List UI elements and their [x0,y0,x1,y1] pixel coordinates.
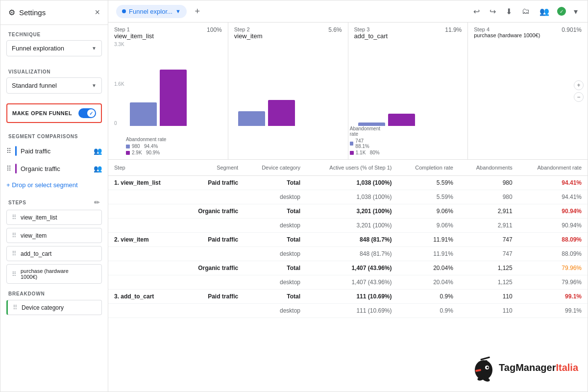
step-label-1: view_item [21,232,47,239]
step-2-bars [238,57,295,126]
technique-section-label: TECHNIQUE [0,25,108,40]
steps-section-label: STEPS [8,200,26,205]
make-open-funnel-box: MAKE OPEN FUNNEL ✓ [6,103,102,123]
close-icon[interactable]: × [95,7,100,18]
sidebar-title: ⚙ Settings [8,8,46,17]
segment-item-organic-traffic[interactable]: ⠿ Organic traffic 👥 [0,160,108,177]
breakdown-item-label: Device category [22,304,64,311]
step-3-info: Step 3 add_to_cart [354,26,388,40]
step-cell: 2. view_item [108,233,180,247]
step-drag-icon-3: ⠿ [12,270,17,278]
table-row: 2. view_item Paid traffic Total 848 (81.… [108,233,588,247]
table-row: desktop 3,201 (100%) 9.06% 2,911 90.94% [108,219,588,233]
device-cell: Total [244,176,306,190]
more-options-icon[interactable]: ▾ [572,5,580,18]
segment-cell: Organic traffic [180,261,244,275]
steps-edit-icon[interactable]: ✏ [94,198,100,206]
breakdown-drag-icon: ⠿ [13,304,18,311]
step-item-2[interactable]: ⠿ add_to_cart [6,246,102,261]
legend-paid-value-1: 980 94.4% [132,144,158,149]
col-device: Device category [244,160,306,176]
active-users-cell: 111 (10.69%) [306,304,397,318]
steps-header: STEPS ✏ [0,193,108,208]
watermark-suffix: Italia [556,362,578,373]
make-open-funnel-toggle[interactable]: ✓ [78,108,96,118]
segment-users-icon-organic: 👥 [94,165,102,172]
abandonment-rate-cell: 90.94% [518,204,588,219]
active-users-cell: 111 (10.69%) [306,290,397,304]
svg-rect-3 [480,356,490,360]
abandonments-cell: 1,125 [459,261,518,275]
active-users-cell: 3,201 (100%) [306,219,397,233]
step-4-header: Step 4 purchase (hardware 1000€) 0.901% [474,26,582,38]
y-label-3k: 3.3K [114,42,124,47]
funnel-steps-container: Step 1 view_item_list 100% 3.3K 1.6K 0 [108,23,588,159]
abandonments-cell: 2,911 [459,219,518,233]
segment-cell [180,275,244,290]
segment-item-paid-traffic[interactable]: ⠿ Paid traffic 👥 [0,142,108,160]
download-icon[interactable]: ⬇ [504,5,514,18]
scroll-down-button[interactable]: − [574,92,584,102]
segment-cell: Organic traffic [180,204,244,219]
step-2-pct: 5.6% [328,26,342,33]
completion-cell: 0.9% [397,304,459,318]
step-item-1[interactable]: ⠿ view_item [6,228,102,243]
step-4-name: purchase (hardware 1000€) [474,32,540,38]
exploration-chip[interactable]: Funnel explor... ▼ [116,5,187,18]
undo-icon[interactable]: ↩ [471,5,482,18]
segment-cell [180,190,244,204]
scroll-indicator: + − [574,80,584,102]
abandonment-rate-cell: 79.96% [518,275,588,290]
step-item-0[interactable]: ⠿ view_item_list [6,210,102,225]
step-cell [108,247,180,261]
status-dot[interactable]: ✓ [557,7,566,16]
share-icon[interactable]: 👥 [538,5,551,18]
step-drag-icon-1: ⠿ [12,232,17,239]
segment-cell [180,304,244,318]
step-3-header: Step 3 add_to_cart 11.9% [354,26,462,40]
step-item-3[interactable]: ⠿ purchase (hardware1000€) [6,264,102,284]
device-cell: desktop [244,275,306,290]
active-users-cell: 1,407 (43.96%) [306,261,397,275]
redo-icon[interactable]: ↪ [488,5,498,18]
step-cell [108,275,180,290]
step-1-header: Step 1 view_item_list 100% [114,26,222,40]
svg-point-2 [485,360,488,363]
abandonment-rate-cell: 94.41% [518,176,588,190]
step-1-number: Step 1 [114,26,154,32]
breakdown-item-device[interactable]: ⠿ Device category [6,300,102,315]
scroll-up-button[interactable]: + [574,80,584,90]
visualization-dropdown[interactable]: Standard funnel ▼ [6,77,102,94]
table-row: desktop 1,407 (43.96%) 20.04% 1,125 79.9… [108,275,588,290]
step-4-info: Step 4 purchase (hardware 1000€) [474,26,540,38]
watermark-text: TagManagerItalia [499,362,578,373]
bar-step3-paid [358,122,385,126]
funnel-step-2: Step 2 view_item 5.6% Abandonment rate [228,23,348,159]
step-3-name: add_to_cart [354,32,388,40]
technique-dropdown[interactable]: Funnel exploration ▼ [6,40,102,56]
add-tab-button[interactable]: + [191,4,204,18]
completion-cell: 0.9% [397,290,459,304]
device-cell: desktop [244,247,306,261]
device-cell: Total [244,261,306,275]
add-segment-button[interactable]: + Drop or select segment [0,177,108,193]
sidebar-header: ⚙ Settings × [0,0,108,25]
visualization-value: Standard funnel [12,82,57,89]
abandonments-cell: 747 [459,233,518,247]
step-2-info: Step 2 view_item [234,26,263,40]
segment-cell [180,219,244,233]
folder-icon[interactable]: 🗂 [520,5,532,18]
y-label-0: 0 [114,121,124,126]
technique-value: Funnel exploration [12,45,64,52]
legend-paid-1: 980 94.4% [126,144,166,149]
abandonment-rate-cell: 94.41% [518,190,588,204]
completion-cell: 5.59% [397,176,459,190]
visualization-dropdown-arrow: ▼ [92,83,97,88]
col-segment: Segment [180,160,244,176]
step-3-chart [354,42,462,155]
technique-dropdown-arrow: ▼ [92,46,97,51]
abandonment-label-1: Abandonment rate [126,137,166,142]
segment-cell: Paid traffic [180,233,244,247]
funnel-step-3: Step 3 add_to_cart 11.9% Abandonment rat… [348,23,468,159]
step-3-number: Step 3 [354,26,388,32]
